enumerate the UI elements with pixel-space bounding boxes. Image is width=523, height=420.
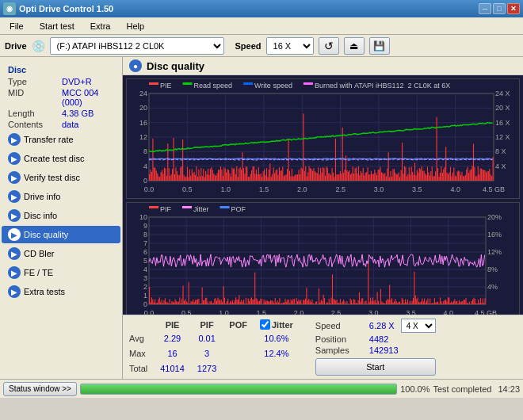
sidebar-disc-quality[interactable]: ▶ Disc quality	[2, 226, 120, 243]
progress-container	[80, 384, 397, 395]
charts-area	[123, 75, 523, 315]
sidebar-verify-test-disc[interactable]: ▶ Verify test disc	[2, 169, 120, 186]
sidebar-drive-info[interactable]: ▶ Drive info	[2, 188, 120, 205]
maximize-btn[interactable]: □	[493, 3, 506, 14]
disc-type-row: Type DVD+R	[0, 76, 122, 87]
drive-label: Drive	[5, 41, 27, 51]
disc-quality-header: ● Disc quality	[123, 57, 523, 75]
avg-label: Avg	[129, 330, 154, 346]
sidebar-transfer-rate[interactable]: ▶ Transfer rate	[2, 131, 120, 148]
eject-btn[interactable]: ⏏	[344, 37, 365, 55]
drive-select[interactable]: (F:) ATAPI iHBS112 2 CL0K	[50, 37, 224, 55]
disc-contents-value: data	[62, 120, 78, 129]
disc-length-label: Length	[8, 109, 62, 118]
disc-quality-title: Disc quality	[147, 60, 204, 72]
avg-pif: 0.01	[191, 330, 223, 346]
extra-tests-icon: ▶	[8, 285, 21, 298]
disc-mid-label: MID	[8, 88, 62, 107]
sidebar: Disc Type DVD+R MID MCC 004 (000) Length…	[0, 57, 123, 379]
col-pof: POF	[223, 319, 254, 330]
time-display: 14:23	[498, 384, 520, 394]
stats-total-row: Total 41014 1273	[129, 361, 300, 376]
app-title: Opti Drive Control 1.50	[19, 4, 113, 13]
disc-quality-icon-header: ●	[129, 59, 142, 72]
create-test-disc-icon: ▶	[8, 152, 21, 165]
col-pif: PIF	[191, 319, 223, 330]
start-button[interactable]: Start	[315, 358, 436, 376]
disc-info-icon: ▶	[8, 209, 21, 222]
total-pif: 1273	[191, 361, 223, 376]
menubar: File Start test Extra Help	[0, 17, 523, 35]
max-jitter: 12.4%	[254, 346, 300, 361]
max-pof	[223, 346, 254, 361]
total-jitter	[254, 361, 300, 376]
speed-select[interactable]: 16 X	[266, 37, 314, 55]
sidebar-disc-info[interactable]: ▶ Disc info	[2, 207, 120, 224]
menu-start-test[interactable]: Start test	[33, 20, 81, 32]
speed-label-stats: Speed	[315, 321, 363, 330]
position-label: Position	[315, 334, 363, 344]
total-label: Total	[129, 361, 154, 376]
speed-value: 6.28 X	[369, 321, 395, 330]
disc-type-label: Type	[8, 77, 62, 86]
titlebar: ◉ Opti Drive Control 1.50 ─ □ ✕	[0, 0, 523, 17]
close-btn[interactable]: ✕	[507, 3, 520, 14]
menu-help[interactable]: Help	[120, 20, 151, 32]
content-area: ● Disc quality PIE PIF POF J	[123, 57, 523, 379]
minimize-btn[interactable]: ─	[479, 3, 491, 14]
total-pof	[223, 361, 254, 376]
pie-chart	[127, 79, 519, 198]
sidebar-fe-te[interactable]: ▶ FE / TE	[2, 264, 120, 281]
avg-pof	[223, 330, 254, 346]
stats-max-row: Max 16 3 12.4%	[129, 346, 300, 361]
app-icon: ◉	[3, 2, 16, 15]
disc-type-value: DVD+R	[62, 77, 92, 86]
menu-file[interactable]: File	[3, 20, 30, 32]
stats-table: PIE PIF POF Jitter Avg 2.29 0.01 10.6%	[129, 319, 300, 376]
max-pie: 16	[154, 346, 191, 361]
disc-mid-value: MCC 004 (000)	[62, 88, 114, 107]
speed-label: Speed	[235, 41, 262, 51]
refresh-btn[interactable]: ↺	[319, 37, 339, 55]
max-pif: 3	[191, 346, 223, 361]
sidebar-cd-bler[interactable]: ▶ CD Bler	[2, 245, 120, 262]
max-label: Max	[129, 346, 154, 361]
drive-icon: 💿	[32, 40, 45, 52]
stats-area: PIE PIF POF Jitter Avg 2.29 0.01 10.6%	[123, 315, 523, 379]
disc-contents-label: Contents	[8, 120, 62, 129]
speed-row: Speed 6.28 X 4 X	[315, 319, 436, 333]
window-controls[interactable]: ─ □ ✕	[479, 3, 520, 14]
chart1-container	[126, 78, 520, 199]
samples-label: Samples	[315, 346, 363, 355]
stats-avg-row: Avg 2.29 0.01 10.6%	[129, 330, 300, 346]
stats-right: Speed 6.28 X 4 X Position 4482 Samples 1…	[315, 319, 436, 376]
sidebar-extra-tests[interactable]: ▶ Extra tests	[2, 283, 120, 300]
transfer-rate-icon: ▶	[8, 133, 21, 146]
avg-jitter: 10.6%	[254, 330, 300, 346]
pif-chart	[127, 203, 519, 315]
position-value: 4482	[369, 334, 388, 344]
disc-mid-row: MID MCC 004 (000)	[0, 87, 122, 108]
disc-quality-icon: ▶	[8, 228, 21, 241]
chart2-container	[126, 202, 520, 315]
position-row: Position 4482	[315, 334, 436, 344]
disc-length-value: 4.38 GB	[62, 109, 94, 118]
status-window-btn[interactable]: Status window >>	[3, 382, 77, 396]
save-btn[interactable]: 💾	[369, 37, 390, 55]
col-empty	[129, 319, 154, 330]
sidebar-create-test-disc[interactable]: ▶ Create test disc	[2, 150, 120, 167]
speed-mini-select[interactable]: 4 X	[401, 319, 436, 333]
drive-info-icon: ▶	[8, 190, 21, 203]
main-area: Disc Type DVD+R MID MCC 004 (000) Length…	[0, 57, 523, 379]
jitter-checkbox[interactable]	[260, 319, 270, 330]
progress-percent: 100.0%	[400, 384, 429, 394]
drivebar: Drive 💿 (F:) ATAPI iHBS112 2 CL0K Speed …	[0, 35, 523, 57]
menu-extra[interactable]: Extra	[84, 20, 117, 32]
cd-bler-icon: ▶	[8, 247, 21, 260]
col-jitter-check[interactable]: Jitter	[254, 319, 300, 330]
avg-pie: 2.29	[154, 330, 191, 346]
verify-test-disc-icon: ▶	[8, 171, 21, 184]
fe-te-icon: ▶	[8, 266, 21, 279]
disc-contents-row: Contents data	[0, 119, 122, 130]
progress-bar	[81, 384, 396, 394]
